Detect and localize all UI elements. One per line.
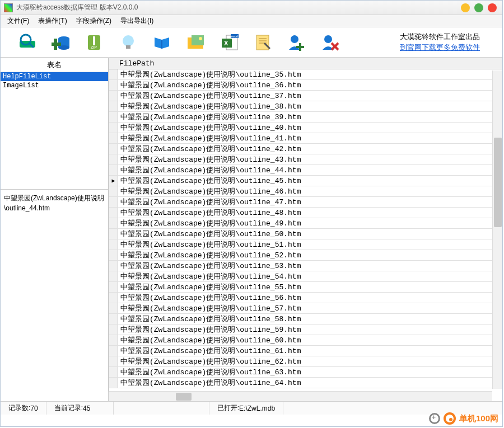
filepath-cell: 中望景园(ZwLandscape)使用说明\outline_40.htm (118, 123, 301, 133)
table-list-header: 表名 (1, 58, 108, 72)
row-indicator (109, 282, 118, 292)
filepath-cell: 中望景园(ZwLandscape)使用说明\outline_46.htm (118, 186, 301, 196)
book-icon[interactable] (152, 32, 172, 53)
svg-text:ZIP: ZIP (91, 45, 97, 49)
menu-file[interactable]: 文件(F) (4, 15, 32, 27)
table-list[interactable]: HelpFileListImageList (1, 72, 108, 190)
svg-rect-7 (52, 43, 61, 46)
table-row[interactable]: ▶中望景园(ZwLandscape)使用说明\outline_45.htm (109, 176, 502, 186)
horizontal-scroll-thumb[interactable] (176, 393, 192, 401)
table-row[interactable]: 中望景园(ZwLandscape)使用说明\outline_36.htm (109, 80, 502, 91)
svg-rect-27 (296, 46, 304, 48)
window-title: 大漠驼铃access数据库管理 版本V2.0.0.0 (16, 3, 461, 12)
row-indicator (109, 335, 118, 345)
table-row[interactable]: 中望景园(ZwLandscape)使用说明\outline_60.htm (109, 335, 502, 346)
db-add-icon[interactable] (51, 32, 71, 53)
vertical-scroll-thumb[interactable] (494, 138, 502, 227)
svg-rect-21 (256, 35, 269, 50)
row-indicator (109, 101, 118, 111)
table-item[interactable]: HelpFileList (1, 72, 108, 81)
row-indicator (109, 69, 118, 79)
table-row[interactable]: 中望景园(ZwLandscape)使用说明\outline_41.htm (109, 133, 502, 144)
filepath-cell: 中望景园(ZwLandscape)使用说明\outline_55.htm (118, 282, 301, 292)
minimize-button[interactable] (461, 3, 470, 12)
filepath-cell: 中望景园(ZwLandscape)使用说明\outline_56.htm (118, 293, 301, 303)
row-indicator (109, 346, 118, 356)
disk-scan-icon[interactable] (17, 32, 38, 53)
filepath-cell: 中望景园(ZwLandscape)使用说明\outline_36.htm (118, 80, 301, 90)
table-row[interactable]: 中望景园(ZwLandscape)使用说明\outline_64.htm (109, 378, 502, 388)
row-indicator (109, 356, 118, 366)
table-item[interactable]: ImageList (1, 81, 108, 90)
table-row[interactable]: 中望景园(ZwLandscape)使用说明\outline_47.htm (109, 197, 502, 208)
filepath-cell: 中望景园(ZwLandscape)使用说明\outline_38.htm (118, 101, 301, 111)
row-indicator (109, 314, 118, 324)
row-indicator (109, 144, 118, 154)
table-row[interactable]: 中望景园(ZwLandscape)使用说明\outline_46.htm (109, 186, 502, 197)
grid-column-header[interactable]: FilePath (109, 58, 502, 69)
promo-link[interactable]: 到官网下载更多免费软件 (400, 43, 480, 51)
row-indicator (109, 378, 118, 388)
filepath-cell: 中望景园(ZwLandscape)使用说明\outline_42.htm (118, 144, 301, 154)
table-row[interactable]: 中望景园(ZwLandscape)使用说明\outline_58.htm (109, 314, 502, 324)
filepath-cell: 中望景园(ZwLandscape)使用说明\outline_61.htm (118, 346, 301, 356)
table-row[interactable]: 中望景园(ZwLandscape)使用说明\outline_56.htm (109, 293, 502, 303)
table-row[interactable]: 中望景园(ZwLandscape)使用说明\outline_61.htm (109, 346, 502, 356)
app-icon (4, 3, 13, 12)
clipboard-icon[interactable] (253, 32, 273, 53)
table-row[interactable]: 中望景园(ZwLandscape)使用说明\outline_44.htm (109, 165, 502, 176)
table-row[interactable]: 中望景园(ZwLandscape)使用说明\outline_37.htm (109, 91, 502, 101)
zip-icon[interactable]: ZIP (85, 32, 105, 53)
row-indicator (109, 250, 118, 260)
table-row[interactable]: 中望景园(ZwLandscape)使用说明\outline_39.htm (109, 112, 502, 123)
table-row[interactable]: 中望景园(ZwLandscape)使用说明\outline_63.htm (109, 367, 502, 378)
table-row[interactable]: 中望景园(ZwLandscape)使用说明\outline_43.htm (109, 154, 502, 165)
close-button[interactable] (488, 3, 497, 12)
user-add-icon[interactable] (286, 32, 306, 53)
row-indicator (109, 91, 118, 101)
excel-export-icon[interactable]: Xexcel (219, 32, 239, 53)
grid-body[interactable]: 中望景园(ZwLandscape)使用说明\outline_35.htm中望景园… (109, 69, 502, 389)
filepath-cell: 中望景园(ZwLandscape)使用说明\outline_54.htm (118, 271, 301, 281)
table-row[interactable]: 中望景园(ZwLandscape)使用说明\outline_54.htm (109, 271, 502, 282)
filepath-cell: 中望景园(ZwLandscape)使用说明\outline_62.htm (118, 356, 301, 366)
watermark-icon-plus (429, 413, 440, 424)
row-indicator: ▶ (109, 176, 118, 186)
table-row[interactable]: 中望景园(ZwLandscape)使用说明\outline_62.htm (109, 356, 502, 367)
filepath-cell: 中望景园(ZwLandscape)使用说明\outline_60.htm (118, 335, 301, 345)
table-row[interactable]: 中望景园(ZwLandscape)使用说明\outline_38.htm (109, 101, 502, 112)
row-indicator (109, 154, 118, 164)
filepath-cell: 中望景园(ZwLandscape)使用说明\outline_41.htm (118, 133, 301, 143)
menu-table-ops[interactable]: 表操作(T) (35, 15, 70, 27)
table-row[interactable]: 中望景园(ZwLandscape)使用说明\outline_48.htm (109, 208, 502, 218)
detail-box: 中望景园(ZwLandscape)使用说明\outline_44.htm (1, 190, 108, 401)
right-pane: FilePath 中望景园(ZwLandscape)使用说明\outline_3… (109, 58, 502, 401)
menu-export[interactable]: 导出导出(I) (117, 15, 157, 27)
vertical-scrollbar[interactable] (492, 70, 502, 389)
table-row[interactable]: 中望景园(ZwLandscape)使用说明\outline_50.htm (109, 229, 502, 239)
filepath-cell: 中望景园(ZwLandscape)使用说明\outline_63.htm (118, 367, 301, 377)
svg-point-11 (123, 35, 134, 46)
table-row[interactable]: 中望景园(ZwLandscape)使用说明\outline_51.htm (109, 239, 502, 250)
table-row[interactable]: 中望景园(ZwLandscape)使用说明\outline_35.htm (109, 69, 502, 80)
svg-point-28 (324, 35, 332, 43)
filepath-cell: 中望景园(ZwLandscape)使用说明\outline_52.htm (118, 250, 301, 260)
table-row[interactable]: 中望景园(ZwLandscape)使用说明\outline_40.htm (109, 123, 502, 133)
row-indicator (109, 197, 118, 207)
folder-image-icon[interactable] (185, 32, 206, 53)
table-row[interactable]: 中望景园(ZwLandscape)使用说明\outline_52.htm (109, 250, 502, 261)
status-opened-file: 已打开:E:\ZwL.mdb (209, 402, 283, 415)
user-remove-icon[interactable] (320, 32, 340, 53)
table-row[interactable]: 中望景园(ZwLandscape)使用说明\outline_55.htm (109, 282, 502, 293)
table-row[interactable]: 中望景园(ZwLandscape)使用说明\outline_49.htm (109, 218, 502, 229)
table-row[interactable]: 中望景园(ZwLandscape)使用说明\outline_57.htm (109, 303, 502, 314)
maximize-button[interactable] (474, 3, 483, 12)
table-row[interactable]: 中望景园(ZwLandscape)使用说明\outline_42.htm (109, 144, 502, 154)
horizontal-scrollbar[interactable] (109, 391, 492, 401)
table-row[interactable]: 中望景园(ZwLandscape)使用说明\outline_59.htm (109, 324, 502, 335)
lightbulb-icon[interactable] (118, 32, 138, 53)
menu-field-ops[interactable]: 字段操作(Z) (73, 15, 115, 27)
table-row[interactable]: 中望景园(ZwLandscape)使用说明\outline_53.htm (109, 261, 502, 271)
status-spacer (114, 402, 209, 415)
titlebar: 大漠驼铃access数据库管理 版本V2.0.0.0 (1, 1, 502, 15)
